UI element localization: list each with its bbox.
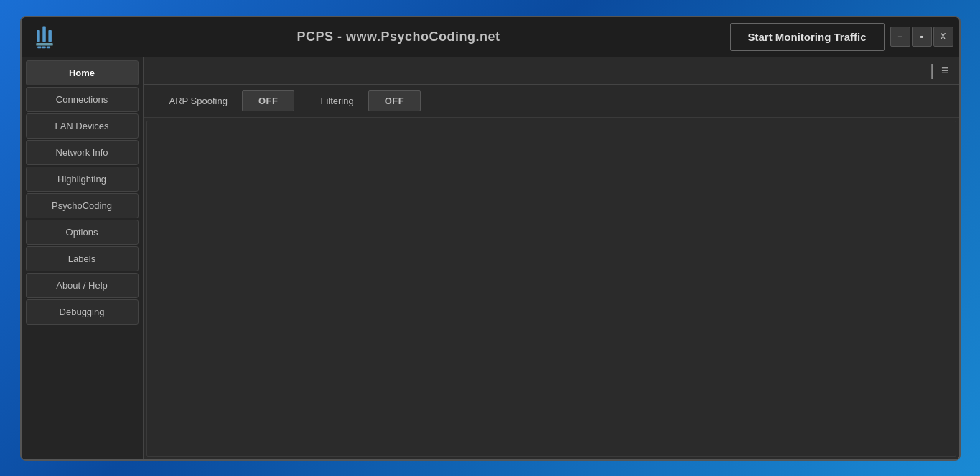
sidebar-item-options[interactable]: Options bbox=[26, 220, 139, 245]
title-bar: PCPS - www.PsychoCoding.net Start Monito… bbox=[22, 17, 959, 57]
content-area: | ≡ ARP Spoofing OFF Filtering OFF bbox=[144, 57, 959, 459]
main-window: PCPS - www.PsychoCoding.net Start Monito… bbox=[20, 16, 961, 461]
maximize-button[interactable]: ▪ bbox=[912, 27, 932, 47]
controls-bar: ARP Spoofing OFF Filtering OFF bbox=[144, 85, 959, 118]
minimize-button[interactable]: − bbox=[890, 27, 910, 47]
start-monitoring-button[interactable]: Start Monitoring Traffic bbox=[730, 23, 885, 51]
arp-spoofing-label: ARP Spoofing bbox=[155, 91, 242, 111]
network-icon bbox=[32, 24, 57, 50]
svg-rect-4 bbox=[37, 47, 41, 49]
svg-rect-6 bbox=[46, 47, 50, 49]
sidebar-item-connections[interactable]: Connections bbox=[26, 87, 139, 112]
svg-rect-2 bbox=[48, 30, 52, 42]
app-logo bbox=[27, 22, 62, 51]
sidebar-item-about-help[interactable]: About / Help bbox=[26, 273, 139, 298]
main-content-panel bbox=[146, 121, 956, 457]
toolbar-divider: | bbox=[930, 61, 934, 80]
sidebar: Home Connections LAN Devices Network Inf… bbox=[22, 57, 144, 459]
window-controls: − ▪ X bbox=[890, 27, 953, 47]
sidebar-item-debugging[interactable]: Debugging bbox=[26, 299, 139, 325]
app-title: PCPS - www.PsychoCoding.net bbox=[67, 29, 730, 45]
sidebar-item-home[interactable]: Home bbox=[26, 60, 139, 85]
svg-rect-0 bbox=[37, 30, 40, 42]
svg-rect-5 bbox=[42, 47, 45, 49]
sidebar-item-lan-devices[interactable]: LAN Devices bbox=[26, 113, 139, 139]
sidebar-item-highlighting[interactable]: Highlighting bbox=[26, 167, 139, 192]
sidebar-item-network-info[interactable]: Network Info bbox=[26, 140, 139, 165]
sidebar-item-labels[interactable]: Labels bbox=[26, 246, 139, 271]
toolbar-bar: | ≡ bbox=[144, 57, 959, 85]
arp-spoofing-group: ARP Spoofing OFF bbox=[155, 90, 295, 111]
filtering-group: Filtering OFF bbox=[306, 90, 421, 111]
arp-spoofing-toggle[interactable]: OFF bbox=[242, 90, 295, 111]
svg-rect-3 bbox=[36, 43, 52, 46]
sidebar-item-psychocoding[interactable]: PsychoCoding bbox=[26, 193, 139, 218]
close-button[interactable]: X bbox=[933, 27, 953, 47]
svg-rect-1 bbox=[42, 27, 46, 42]
menu-icon[interactable]: ≡ bbox=[937, 62, 953, 80]
filtering-toggle[interactable]: OFF bbox=[368, 90, 421, 111]
filtering-label: Filtering bbox=[306, 91, 368, 111]
main-area: Home Connections LAN Devices Network Inf… bbox=[22, 57, 959, 459]
